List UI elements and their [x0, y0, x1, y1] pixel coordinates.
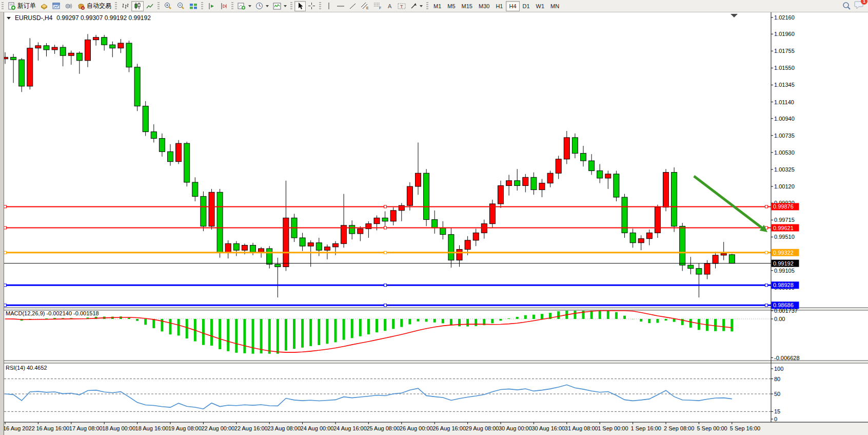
- equidistant-channel-button[interactable]: E: [359, 1, 371, 11]
- toolbar-grip: [426, 2, 428, 10]
- text-label-icon: T: [398, 3, 406, 10]
- pane-separator[interactable]: [0, 308, 868, 310]
- tf-button-MN[interactable]: MN: [547, 1, 562, 11]
- tf-button-W1[interactable]: W1: [533, 1, 548, 11]
- trend-arrow-object[interactable]: [694, 176, 763, 229]
- candle-body: [225, 243, 231, 253]
- new-order-button[interactable]: 新订单: [6, 1, 38, 11]
- candle-body: [126, 43, 132, 67]
- candle-body: [539, 183, 545, 190]
- line-anchor[interactable]: [765, 304, 768, 307]
- indicators-button[interactable]: [235, 1, 253, 11]
- time-axis-label: 5 Sep 16:00: [730, 425, 760, 431]
- chart-shift-button[interactable]: [205, 1, 218, 11]
- new-chart-button[interactable]: [50, 1, 63, 11]
- auto-scroll-icon: [220, 3, 228, 10]
- line-anchor[interactable]: [384, 284, 387, 287]
- candle-body: [440, 228, 446, 235]
- price-axis-label: 0.99105: [774, 268, 795, 274]
- tf-button-M5[interactable]: M5: [444, 1, 458, 11]
- zoom-out-button[interactable]: [174, 1, 187, 11]
- tf-button-M15[interactable]: M15: [459, 1, 476, 11]
- line-anchor[interactable]: [384, 251, 387, 254]
- svg-text:E: E: [366, 6, 369, 10]
- tf-button-D1[interactable]: D1: [520, 1, 533, 11]
- chart-canvas[interactable]: 1.021601.019601.017551.015501.013451.011…: [0, 0, 868, 435]
- line-anchor[interactable]: [4, 284, 7, 287]
- text-button[interactable]: A: [384, 1, 396, 11]
- text-label-button[interactable]: T: [396, 1, 408, 11]
- cursor-button[interactable]: [294, 1, 306, 11]
- chart-shift-marker[interactable]: [731, 14, 738, 17]
- time-axis-label: 16 Aug 2022: [3, 425, 35, 431]
- price-tag-label: 0.99322: [773, 250, 794, 256]
- indicators-caret-icon: [248, 5, 251, 7]
- candle-body: [168, 152, 173, 161]
- fibonacci-icon: F: [373, 2, 382, 10]
- line-anchor[interactable]: [4, 205, 7, 208]
- tile-windows-button[interactable]: [187, 1, 200, 11]
- chart-symbol-period: EURUSD-,H4: [15, 14, 52, 22]
- crosshair-button[interactable]: [306, 1, 318, 11]
- candle-body: [680, 226, 685, 265]
- signals-button[interactable]: [63, 1, 75, 11]
- auto-scroll-button[interactable]: [218, 1, 230, 11]
- toolbar-grip: [2, 2, 4, 10]
- candle-body: [638, 239, 644, 243]
- line-anchor[interactable]: [4, 304, 7, 307]
- tf-button-H4[interactable]: H4: [506, 1, 519, 11]
- rsi-indicator-label: RSI(14) 40.4652: [6, 365, 47, 371]
- candle-body: [630, 233, 636, 242]
- candle-body: [523, 177, 528, 185]
- tf-button-M1[interactable]: M1: [430, 1, 444, 11]
- candlestick-chart-button[interactable]: [131, 1, 144, 11]
- search-icon[interactable]: [842, 2, 851, 10]
- time-axis-label: 2 Sep 08:00: [664, 425, 694, 431]
- trendline-button[interactable]: [347, 1, 359, 11]
- indicators-icon: [238, 2, 246, 10]
- line-chart-button[interactable]: [144, 1, 156, 11]
- signals-icon: [65, 3, 73, 10]
- chart-menu-icon[interactable]: [7, 17, 11, 20]
- candle-body: [729, 255, 735, 263]
- algo-trading-button[interactable]: 自动交易: [75, 1, 113, 11]
- tf-button-H1[interactable]: H1: [492, 1, 506, 11]
- line-anchor[interactable]: [765, 251, 768, 254]
- vertical-line-button[interactable]: [323, 1, 334, 11]
- price-tag-label: 0.99621: [773, 225, 794, 231]
- horizontal-line-button[interactable]: [334, 1, 347, 11]
- candle-body: [259, 249, 264, 252]
- candle-body: [176, 143, 182, 161]
- metaeditor-button[interactable]: [38, 1, 50, 11]
- zoom-out-icon: [176, 2, 185, 10]
- line-anchor[interactable]: [384, 226, 387, 229]
- pane-separator[interactable]: [0, 361, 868, 363]
- candle-body: [390, 211, 396, 221]
- tf-button-M30[interactable]: M30: [476, 1, 492, 11]
- line-anchor[interactable]: [384, 304, 387, 307]
- candle-body: [242, 245, 247, 251]
- crosshair-icon: [308, 2, 315, 10]
- zoom-in-button[interactable]: [162, 1, 174, 11]
- line-anchor[interactable]: [4, 226, 7, 229]
- candle-body: [572, 138, 578, 154]
- candle-body: [324, 247, 330, 250]
- line-anchor[interactable]: [4, 251, 7, 254]
- svg-text:T: T: [400, 4, 403, 9]
- arrows-tool-button[interactable]: [408, 1, 425, 11]
- bar-chart-button[interactable]: [119, 1, 131, 11]
- periods-button[interactable]: [253, 1, 271, 11]
- line-anchor[interactable]: [384, 205, 387, 208]
- notifications-button[interactable]: 1: [854, 1, 864, 11]
- horizontal-line-icon: [337, 3, 345, 10]
- time-axis-label: 1 Sep 16:00: [631, 425, 661, 431]
- zoom-in-icon: [164, 2, 172, 10]
- templates-button[interactable]: [271, 1, 289, 11]
- line-anchor[interactable]: [765, 284, 768, 287]
- time-axis-label: 22 Aug 16:00: [234, 425, 268, 431]
- candle-body: [515, 181, 520, 186]
- fibonacci-button[interactable]: F: [371, 1, 384, 11]
- line-anchor[interactable]: [765, 205, 768, 208]
- candle-body: [655, 207, 660, 233]
- candle-body: [605, 174, 611, 178]
